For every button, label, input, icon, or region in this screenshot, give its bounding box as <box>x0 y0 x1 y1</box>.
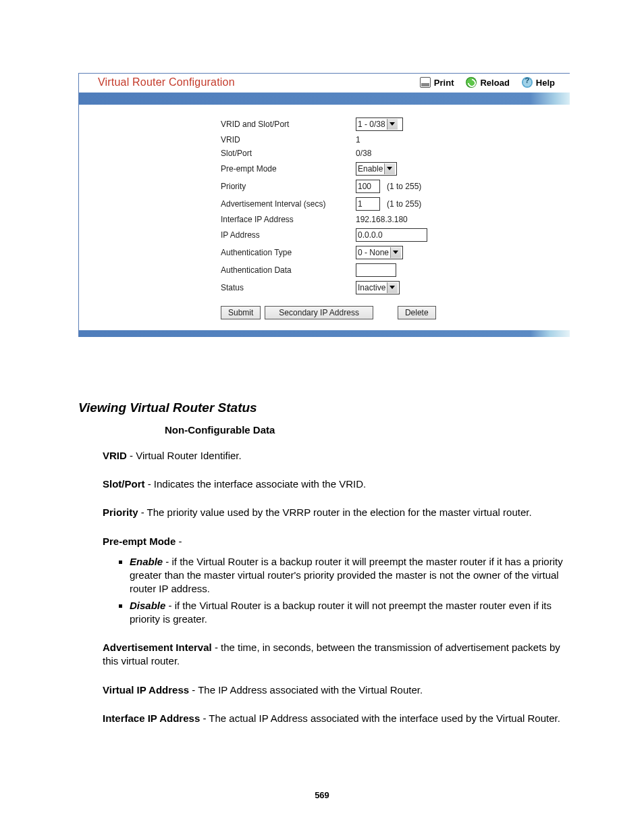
select-preempt-value: Enable <box>358 163 383 174</box>
term-vrid: VRID <box>103 450 127 461</box>
button-row: Submit Secondary IP Address Delete <box>86 296 563 321</box>
desc-enable: - if the Virtual Router is a backup rout… <box>130 556 563 595</box>
input-adv[interactable]: 1 <box>356 197 380 211</box>
desc-vrid: - Virtual Router Identifier. <box>127 450 242 461</box>
label-vrid-slot-port: VRID and Slot/Port <box>86 120 356 129</box>
submit-button[interactable]: Submit <box>221 306 261 319</box>
label-ip: IP Address <box>86 230 356 240</box>
config-panel: Virtual Router Configuration Print Reloa… <box>78 73 570 337</box>
desc-priority: - The priority value used by the VRRP ro… <box>138 506 532 518</box>
term-iip: Interface IP Address <box>103 712 200 724</box>
label-auth-type: Authentication Type <box>86 248 356 257</box>
chevron-down-icon <box>387 119 398 130</box>
help-label: Help <box>536 78 555 88</box>
def-preempt: Pre-empt Mode - <box>103 535 570 548</box>
term-adv: Advertisement Interval <box>103 642 212 653</box>
value-iface-ip: 192.168.3.180 <box>356 215 408 224</box>
desc-iip: - The actual IP Address associated with … <box>200 712 560 724</box>
def-adv: Advertisement Interval - the time, in se… <box>103 641 570 669</box>
print-icon <box>420 77 431 88</box>
select-auth-type-value: 0 - None <box>358 247 389 258</box>
def-slot: Slot/Port - Indicates the interface asso… <box>103 477 570 491</box>
help-button[interactable]: Help <box>522 77 555 88</box>
label-auth-data: Authentication Data <box>86 265 356 275</box>
value-slot-port: 0/38 <box>356 149 371 158</box>
label-adv: Advertisement Interval (secs) <box>86 199 356 209</box>
select-status[interactable]: Inactive <box>356 281 400 294</box>
label-preempt: Pre-empt Mode <box>86 164 356 174</box>
list-item: Disable - if the Virtual Router is a bac… <box>130 599 570 627</box>
desc-disable: - if the Virtual Router is a backup rout… <box>130 600 552 625</box>
term-slot: Slot/Port <box>103 478 145 490</box>
def-priority: Priority - The priority value used by th… <box>103 506 570 519</box>
help-icon <box>522 77 533 88</box>
label-vrid: VRID <box>86 135 356 145</box>
label-priority: Priority <box>86 182 356 191</box>
def-vip: Virtual IP Address - The IP Address asso… <box>103 683 570 697</box>
print-label: Print <box>434 78 454 88</box>
input-auth-data[interactable] <box>356 263 396 277</box>
reload-icon <box>466 77 477 88</box>
doc-section: Viewing Virtual Router Status Non-Config… <box>78 399 570 725</box>
section-heading: Viewing Virtual Router Status <box>78 399 570 417</box>
def-iip: Interface IP Address - The actual IP Add… <box>103 712 570 725</box>
def-vrid: VRID - Virtual Router Identifier. <box>103 449 570 463</box>
select-auth-type[interactable]: 0 - None <box>356 246 403 259</box>
desc-slot: - Indicates the interface associate with… <box>145 478 367 490</box>
reload-button[interactable]: Reload <box>466 77 509 88</box>
label-slot-port: Slot/Port <box>86 149 356 158</box>
input-ip[interactable]: 0.0.0.0 <box>356 228 427 242</box>
desc-vip: - The IP Address associated with the Vir… <box>189 684 423 696</box>
header-actions: Print Reload Help <box>420 77 555 88</box>
preempt-list: Enable - if the Virtual Router is a back… <box>103 555 570 626</box>
select-vrid-slot-port-value: 1 - 0/38 <box>358 119 385 130</box>
reload-label: Reload <box>480 78 509 88</box>
panel-title: Virtual Router Configuration <box>98 76 420 88</box>
term-priority: Priority <box>103 506 138 518</box>
value-vrid: 1 <box>356 135 360 145</box>
input-priority[interactable]: 100 <box>356 180 380 193</box>
select-vrid-slot-port[interactable]: 1 - 0/38 <box>356 118 403 131</box>
term-preempt: Pre-empt Mode <box>103 536 176 547</box>
select-status-value: Inactive <box>358 282 385 293</box>
dash: - <box>176 536 182 547</box>
term-disable: Disable <box>130 600 165 611</box>
secondary-ip-button[interactable]: Secondary IP Address <box>265 306 373 319</box>
label-iface-ip: Interface IP Address <box>86 215 356 224</box>
print-button[interactable]: Print <box>420 77 454 88</box>
sub-heading: Non-Configurable Data <box>165 423 570 437</box>
chevron-down-icon <box>387 282 398 293</box>
page-number: 569 <box>0 790 644 800</box>
select-preempt[interactable]: Enable <box>356 162 397 176</box>
term-vip: Virtual IP Address <box>103 684 189 696</box>
panel-header: Virtual Router Configuration Print Reloa… <box>79 74 570 93</box>
chevron-down-icon <box>390 247 401 258</box>
label-status: Status <box>86 283 356 292</box>
blue-bar-top <box>79 93 570 105</box>
term-enable: Enable <box>130 556 163 567</box>
delete-button[interactable]: Delete <box>398 306 436 319</box>
chevron-down-icon <box>384 163 395 174</box>
hint-priority: (1 to 255) <box>387 182 421 191</box>
list-item: Enable - if the Virtual Router is a back… <box>130 555 570 596</box>
blue-bar-bottom <box>79 330 570 337</box>
hint-adv: (1 to 255) <box>387 199 421 209</box>
form-area: VRID and Slot/Port 1 - 0/38 VRID 1 Slot/… <box>79 105 570 330</box>
